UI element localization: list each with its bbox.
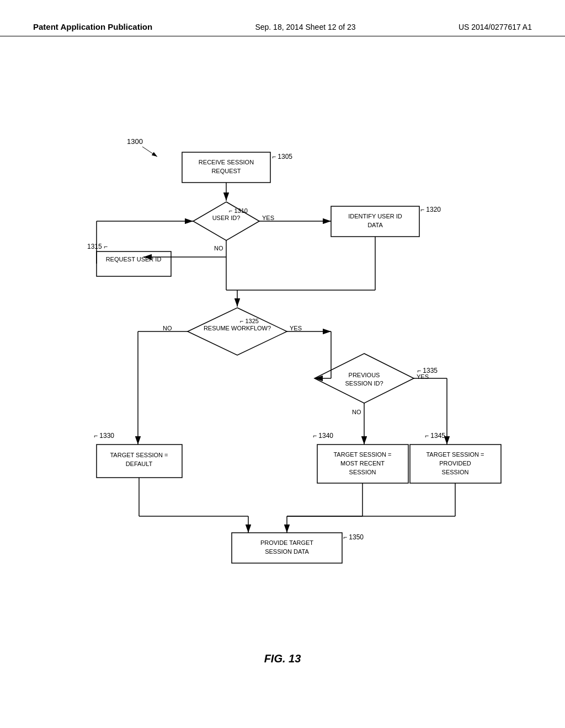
ref-1315-label: 1315 ⌐ (87, 243, 108, 250)
node-1340-text3: SESSION (349, 469, 376, 475)
ref-1310: ⌐ 1310 (229, 207, 248, 214)
ref-1330: ⌐ 1330 (94, 432, 114, 440)
arrow-1300 (142, 147, 157, 157)
diagram-area: 1300 RECEIVE SESSION REQUEST ⌐ 1305 USER… (0, 36, 565, 698)
node-1345-text2: PROVIDED (439, 460, 471, 467)
label-no-1310: NO (214, 245, 223, 251)
ref-1305: ⌐ 1305 (272, 153, 292, 160)
node-1345-text: TARGET SESSION = (426, 451, 484, 458)
node-1330-text: TARGET SESSION = (110, 452, 168, 458)
label-yes-1310: YES (262, 215, 274, 221)
node-1305-text2: REQUEST (211, 168, 241, 174)
figure-label: FIG. 13 (264, 652, 301, 665)
node-1340-text: TARGET SESSION = (333, 451, 391, 458)
node-1325-diamond (188, 308, 287, 355)
diagram-ref-1300: 1300 (127, 137, 143, 146)
ref-1345: ⌐ 1345 (425, 432, 445, 440)
node-1335-text2: SESSION ID? (345, 380, 383, 387)
label-no-1335: NO (352, 409, 361, 415)
ref-1340: ⌐ 1340 (313, 432, 333, 440)
ref-1350: ⌐ 1350 (343, 533, 364, 541)
label-yes-1325: YES (290, 325, 302, 331)
node-1325-text: RESUME WORKFLOW? (204, 325, 271, 331)
node-1310-diamond (193, 202, 259, 240)
ref-1325: ⌐ 1325 (240, 318, 259, 324)
node-1305-text: RECEIVE SESSION (199, 159, 254, 165)
label-no-1325: NO (163, 325, 172, 331)
publication-date-sheet: Sep. 18, 2014 Sheet 12 of 23 (255, 23, 355, 31)
node-1320-text: IDENTIFY USER ID (348, 213, 402, 220)
node-1350-text2: SESSION DATA (265, 548, 309, 555)
node-1345-text3: SESSION (442, 469, 469, 475)
node-1315-rect (97, 251, 171, 276)
publication-number: US 2014/0277617 A1 (459, 23, 532, 31)
node-1340-text2: MOST RECENT (340, 460, 385, 467)
node-1315-text: REQUEST USER ID (106, 256, 162, 263)
node-1350-text: PROVIDE TARGET (260, 539, 313, 546)
ref-1320: ⌐ 1320 (420, 206, 441, 213)
node-1335-text: PREVIOUS (349, 372, 380, 378)
node-1330-text2: DEFAULT (126, 461, 153, 467)
node-1310-text: USER ID? (212, 215, 241, 221)
publication-title: Patent Application Publication (33, 22, 152, 31)
page-header: Patent Application Publication Sep. 18, … (0, 0, 565, 36)
node-1320-text2: DATA (367, 222, 383, 228)
label-yes-1335: YES (417, 373, 429, 380)
